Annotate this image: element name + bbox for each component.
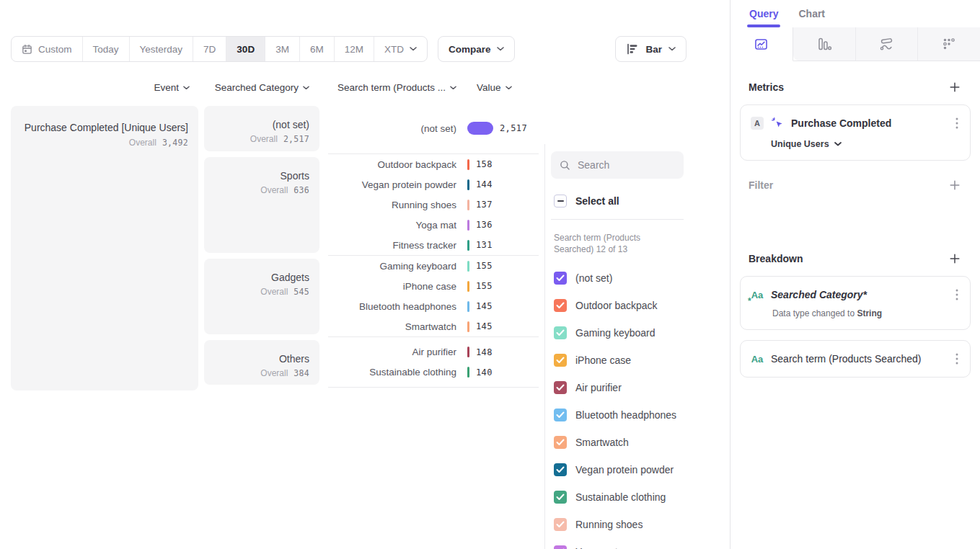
term-value: 158: [476, 159, 493, 169]
column-header-event[interactable]: Event: [11, 82, 198, 93]
measure-label: Unique Users: [771, 139, 829, 149]
term-row[interactable]: Outdoor backpack158: [328, 154, 539, 174]
term-row[interactable]: Smartwatch145: [328, 316, 539, 336]
breakdown-menu-button[interactable]: [954, 352, 960, 366]
select-all-checkbox[interactable]: [554, 195, 567, 207]
date-range-12m[interactable]: 12M: [334, 37, 374, 61]
series-checkbox[interactable]: [554, 545, 567, 549]
term-row[interactable]: Running shoes137: [328, 195, 539, 215]
term-row[interactable]: Vegan protein powder144: [328, 174, 539, 195]
term-row[interactable]: Air purifier148: [328, 342, 539, 362]
metric-menu-button[interactable]: [954, 116, 960, 130]
overall-value: 3,492: [162, 138, 188, 148]
compare-button[interactable]: Compare: [438, 36, 516, 62]
value-bar: [467, 122, 493, 135]
tab-label: Query: [749, 8, 778, 19]
category-cell[interactable]: GadgetsOverall545: [204, 259, 319, 334]
series-checkbox[interactable]: [554, 381, 567, 394]
date-range-xtd[interactable]: XTD: [374, 37, 427, 61]
search-box[interactable]: [551, 151, 684, 179]
legend-item[interactable]: Air purifier: [554, 374, 730, 401]
divider: [551, 219, 684, 220]
legend-item[interactable]: Gaming keyboard: [554, 319, 730, 347]
term-row[interactable]: (not set)2,517: [328, 112, 539, 144]
category-cell[interactable]: (not set)Overall2,517: [204, 106, 319, 151]
legend-item[interactable]: Outdoor backpack: [554, 292, 730, 319]
funnels-icon: [816, 37, 832, 51]
legend-item[interactable]: Sustainable clothing: [554, 483, 730, 511]
category-group: OthersOverall384Air purifier148Sustainab…: [198, 337, 539, 388]
series-checkbox[interactable]: [554, 299, 567, 312]
term-row[interactable]: Gaming keyboard155: [328, 256, 539, 276]
tab-funnels[interactable]: [793, 27, 855, 61]
term-row[interactable]: Bluetooth headphones145: [328, 296, 539, 316]
date-range-label: Yesterday: [140, 44, 183, 55]
event-title: Purchase Completed [Unique Users]: [11, 122, 188, 133]
category-cell[interactable]: OthersOverall384: [204, 340, 319, 385]
date-range-6m[interactable]: 6M: [299, 37, 334, 61]
column-header-search-term[interactable]: Search term (Products ...: [328, 82, 456, 93]
breakdown-card-search-term[interactable]: Aa Search term (Products Searched): [740, 340, 971, 378]
add-filter-button[interactable]: [948, 178, 962, 192]
term-row[interactable]: Fitness tracker131: [328, 235, 539, 255]
series-checkbox[interactable]: [554, 326, 567, 339]
series-checkbox[interactable]: [554, 463, 567, 476]
legend-item[interactable]: Running shoes: [554, 511, 730, 538]
category-name: (not set): [204, 119, 309, 130]
tab-chart[interactable]: Chart: [798, 0, 825, 27]
chevron-down-icon: [450, 86, 456, 90]
term-value: 144: [476, 179, 493, 189]
series-checkbox[interactable]: [554, 354, 567, 367]
breakdown-card-searched-category[interactable]: Aa Searched Category* Data type changed …: [740, 276, 971, 330]
legend-item[interactable]: Yoga mat: [554, 538, 730, 549]
date-range-3m[interactable]: 3M: [265, 37, 299, 61]
tab-retention[interactable]: [917, 27, 980, 61]
add-metric-button[interactable]: [948, 80, 962, 94]
metric-name: Purchase Completed: [791, 117, 947, 129]
date-range-label: Custom: [38, 44, 72, 55]
term-value: 136: [476, 220, 493, 230]
event-cell[interactable]: Purchase Completed [Unique Users] Overal…: [11, 106, 198, 390]
series-checkbox[interactable]: [554, 409, 567, 421]
select-all-row[interactable]: Select all: [554, 195, 730, 207]
measure-selector[interactable]: Unique Users: [771, 139, 960, 149]
column-header-label: Searched Category: [215, 82, 299, 93]
date-range-7d[interactable]: 7D: [193, 37, 226, 61]
breakdown-menu-button[interactable]: [954, 287, 960, 302]
calendar-icon: [22, 44, 32, 55]
value-bar: [467, 240, 469, 251]
term-row[interactable]: Yoga mat136: [328, 215, 539, 235]
series-checkbox[interactable]: [554, 272, 567, 285]
chevron-down-icon: [497, 47, 504, 51]
date-range-today[interactable]: Today: [82, 37, 129, 61]
search-input[interactable]: [578, 159, 671, 171]
legend-item[interactable]: Vegan protein powder: [554, 456, 730, 483]
column-header-value[interactable]: Value: [477, 82, 512, 93]
date-range-label: 30D: [237, 44, 255, 55]
legend-item[interactable]: (not set): [554, 264, 730, 292]
category-cell[interactable]: SportsOverall636: [204, 157, 319, 253]
tab-insights[interactable]: [730, 27, 793, 61]
column-header-searched-category[interactable]: Searched Category: [204, 82, 319, 93]
tab-query[interactable]: Query: [749, 0, 778, 27]
chart-type-dropdown[interactable]: Bar: [615, 36, 687, 62]
term-row[interactable]: Sustainable clothing140: [328, 362, 539, 383]
date-range-custom[interactable]: Custom: [12, 37, 82, 61]
report-type-tabs: [730, 27, 980, 61]
term-label: iPhone case: [328, 281, 456, 292]
metric-card[interactable]: A Purchase Completed Unique Users: [740, 104, 971, 161]
legend-item[interactable]: Smartwatch: [554, 429, 730, 456]
term-label: Air purifier: [328, 347, 456, 357]
legend-item-label: Outdoor backpack: [575, 300, 658, 311]
term-row[interactable]: iPhone case155: [328, 276, 539, 296]
date-range-30d[interactable]: 30D: [226, 37, 265, 61]
legend-item[interactable]: Bluetooth headphones: [554, 401, 730, 429]
legend-item[interactable]: iPhone case: [554, 347, 730, 374]
series-checkbox[interactable]: [554, 518, 567, 531]
series-checkbox[interactable]: [554, 436, 567, 449]
tab-label: Chart: [798, 8, 825, 19]
series-checkbox[interactable]: [554, 491, 567, 504]
add-breakdown-button[interactable]: [948, 251, 962, 266]
date-range-yesterday[interactable]: Yesterday: [129, 37, 193, 61]
tab-flows[interactable]: [855, 27, 918, 61]
